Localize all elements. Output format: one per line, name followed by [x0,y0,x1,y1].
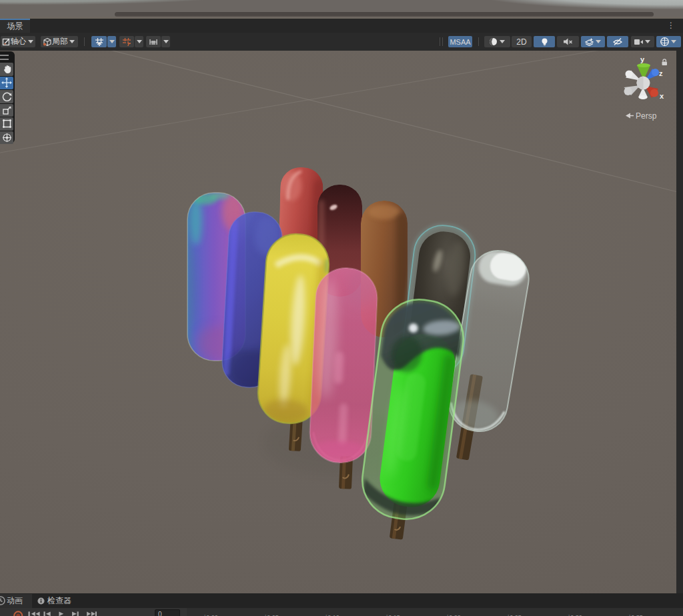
svg-text:x: x [660,92,664,100]
svg-text:y: y [640,55,645,63]
svg-text:z: z [659,69,663,77]
svg-text:Persp: Persp [636,111,657,121]
